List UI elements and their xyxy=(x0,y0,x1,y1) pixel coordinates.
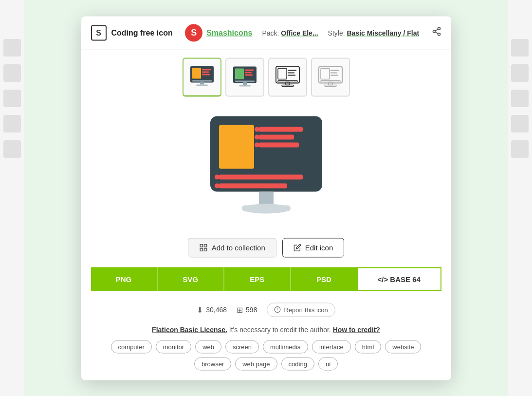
svg-rect-41 xyxy=(259,134,294,139)
tag-item[interactable]: website xyxy=(385,340,421,353)
svg-rect-19 xyxy=(243,82,247,85)
license-name[interactable]: Flaticon Basic License. xyxy=(152,325,227,333)
download-icon: ⬇ xyxy=(197,305,203,314)
svg-rect-55 xyxy=(204,248,206,251)
grid-icon: ⊞ xyxy=(237,305,243,314)
download-count: ⬇ 30,468 xyxy=(197,305,227,314)
add-to-collection-button[interactable]: Add to collection xyxy=(188,238,276,257)
tag-item[interactable]: coding xyxy=(281,357,314,370)
svg-rect-38 xyxy=(219,125,254,169)
png-download-button[interactable]: PNG xyxy=(91,267,157,291)
psd-download-button[interactable]: PSD xyxy=(290,267,357,291)
bg-thumb xyxy=(3,90,21,107)
svg-rect-43 xyxy=(259,142,299,147)
tag-item[interactable]: monitor xyxy=(156,340,191,353)
svg-point-1 xyxy=(433,30,435,33)
style-link[interactable]: Basic Miscellany / Flat xyxy=(347,29,419,37)
bg-thumb xyxy=(3,64,21,82)
pack-label: Pack: xyxy=(262,29,279,37)
brand-circle: S xyxy=(185,24,202,41)
smashicons-brand: S Smashicons xyxy=(185,24,252,41)
tag-item[interactable]: browser xyxy=(194,357,231,370)
share-icon[interactable] xyxy=(432,27,441,39)
thumbnail-light-outline[interactable] xyxy=(311,57,350,96)
tags-row: computermonitorwebscreenmultimediainterf… xyxy=(81,336,451,380)
svg-rect-18 xyxy=(235,80,255,82)
collection-number: 598 xyxy=(246,306,257,314)
svg-point-42 xyxy=(255,134,259,139)
tag-item[interactable]: multimedia xyxy=(263,340,308,353)
tag-item[interactable]: html xyxy=(355,340,382,353)
svg-rect-53 xyxy=(204,244,206,246)
thumbnail-color[interactable] xyxy=(183,57,221,96)
modal-title: Coding free icon xyxy=(111,28,173,37)
svg-line-3 xyxy=(435,32,438,34)
edit-icon-button[interactable]: Edit icon xyxy=(282,238,345,257)
pack-link[interactable]: Office Ele... xyxy=(281,29,318,37)
thumbnail-color2[interactable] xyxy=(225,57,264,96)
main-icon-area xyxy=(81,96,451,233)
svg-line-4 xyxy=(435,29,438,31)
how-to-credit-link[interactable]: How to credit? xyxy=(333,325,380,333)
report-label: Report this icon xyxy=(284,306,328,313)
svg-download-button[interactable]: SVG xyxy=(157,267,223,291)
svg-rect-15 xyxy=(245,69,254,71)
svg-rect-11 xyxy=(200,82,204,85)
base64-download-button[interactable]: </> BASE 64 xyxy=(357,267,441,291)
add-collection-label: Add to collection xyxy=(212,244,265,252)
icon-detail-modal: S Coding free icon S Smashicons Pack: Of… xyxy=(81,16,451,380)
svg-point-0 xyxy=(438,27,440,30)
thumbnail-dark-outline[interactable] xyxy=(268,57,307,96)
svg-rect-7 xyxy=(202,69,211,71)
svg-rect-30 xyxy=(321,68,330,79)
tag-item[interactable]: screen xyxy=(225,340,259,353)
license-row: Flaticon Basic License. It's necessary t… xyxy=(81,321,451,336)
svg-point-46 xyxy=(215,174,220,179)
action-buttons: Add to collection Edit icon xyxy=(81,233,451,267)
side-panel-left xyxy=(0,0,24,396)
brand-name[interactable]: Smashicons xyxy=(206,28,252,37)
bg-thumb xyxy=(511,115,529,132)
smashicons-logo-box: S xyxy=(91,25,107,40)
svg-rect-47 xyxy=(219,183,287,188)
bg-thumb xyxy=(511,64,529,82)
svg-rect-49 xyxy=(259,191,274,205)
svg-rect-6 xyxy=(192,68,201,79)
svg-rect-8 xyxy=(202,72,209,73)
style-info: Style: Basic Miscellany / Flat xyxy=(328,29,420,37)
svg-rect-28 xyxy=(282,85,294,86)
bg-thumb xyxy=(511,140,529,158)
bg-thumb xyxy=(511,39,529,57)
tag-item[interactable]: web xyxy=(195,340,221,353)
tag-item[interactable]: ui xyxy=(318,357,338,370)
report-button[interactable]: Report this icon xyxy=(267,302,335,317)
bg-thumb xyxy=(3,39,21,57)
bg-thumb xyxy=(511,90,529,107)
collection-count: ⊞ 598 xyxy=(237,305,257,314)
edit-icon xyxy=(294,244,301,251)
svg-rect-12 xyxy=(196,85,208,86)
svg-point-48 xyxy=(215,183,220,188)
side-panel-right xyxy=(508,0,532,396)
svg-point-2 xyxy=(438,33,440,36)
license-description: It's necessary to credit the author. xyxy=(229,325,331,333)
svg-rect-45 xyxy=(219,174,303,179)
edit-icon-label: Edit icon xyxy=(305,244,333,252)
svg-point-40 xyxy=(255,127,259,132)
pack-info: Pack: Office Ele... xyxy=(262,29,318,37)
svg-rect-9 xyxy=(202,74,210,75)
svg-rect-10 xyxy=(192,80,212,82)
stats-row: ⬇ 30,468 ⊞ 598 Report this icon xyxy=(81,299,451,321)
svg-rect-54 xyxy=(200,248,202,251)
tag-item[interactable]: interface xyxy=(312,340,351,353)
svg-rect-17 xyxy=(245,74,253,75)
modal-header-left: S Coding free icon xyxy=(91,25,173,40)
eps-download-button[interactable]: EPS xyxy=(223,267,290,291)
main-icon-svg xyxy=(201,111,332,223)
svg-rect-51 xyxy=(242,205,291,211)
tag-item[interactable]: computer xyxy=(111,340,152,353)
svg-point-44 xyxy=(255,142,259,147)
svg-rect-20 xyxy=(239,85,251,86)
brand-letter: S xyxy=(191,28,197,38)
tag-item[interactable]: web page xyxy=(235,357,277,370)
